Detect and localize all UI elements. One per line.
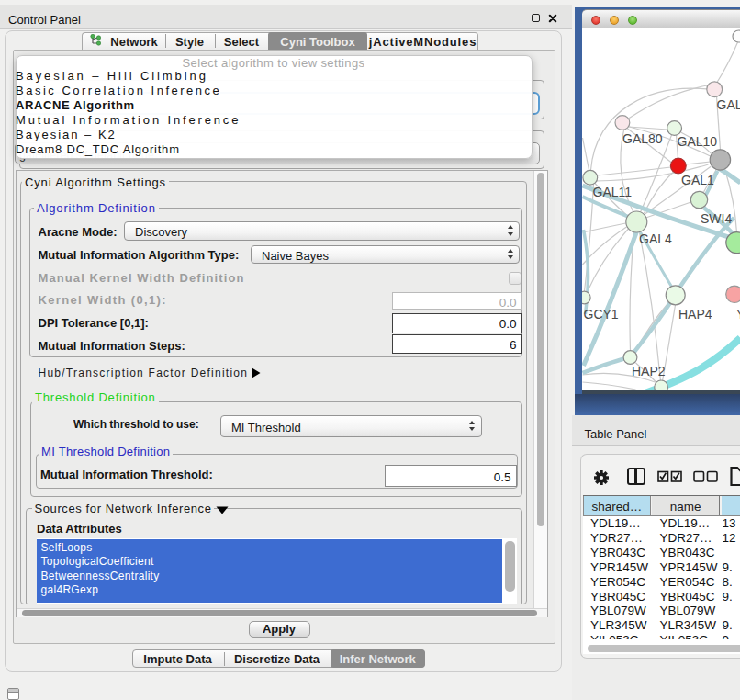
svg-text:GAL80: GAL80 — [622, 131, 663, 146]
svg-text:HAP4: HAP4 — [678, 307, 712, 322]
svg-text:GAL11: GAL11 — [592, 185, 632, 199]
svg-text:GAL4: GAL4 — [639, 231, 672, 246]
svg-text:YMR0: YMR0 — [736, 307, 740, 322]
svg-text:GAL2: GAL2 — [716, 97, 740, 112]
svg-text:HAP2: HAP2 — [632, 364, 666, 378]
svg-text:GCY1: GCY1 — [583, 307, 618, 322]
svg-text:GAL10: GAL10 — [677, 134, 717, 149]
svg-text:GAL1: GAL1 — [681, 173, 714, 187]
svg-text:SWI4: SWI4 — [701, 211, 732, 226]
